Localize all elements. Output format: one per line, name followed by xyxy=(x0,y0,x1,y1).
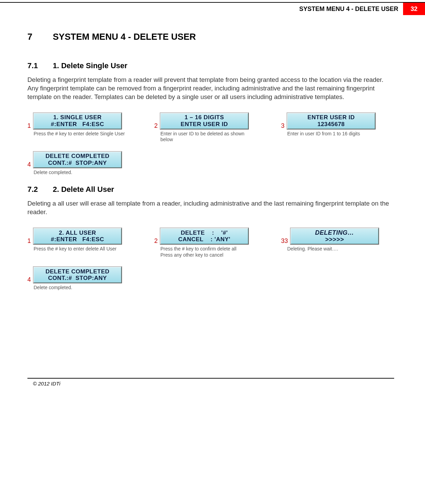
lcd-line: 2. ALL USER xyxy=(59,230,96,236)
lcd-line: CONT.:# STOP:ANY xyxy=(48,160,107,167)
section-heading-7-2: 7.2 2. Delete All User xyxy=(27,185,394,194)
step-caption: Press the # key to enter delete Single U… xyxy=(34,131,130,137)
footer-copyright: © 2012 IDTi xyxy=(0,379,425,391)
section-title: 2. Delete All User xyxy=(53,185,114,194)
lcd-line: CANCEL : 'ANY' xyxy=(178,236,230,243)
step-2: 2 DELETE : '#' CANCEL : 'ANY' Press the … xyxy=(154,228,257,258)
step-row: 4 DELETE COMPLETED CONT.:# STOP:ANY Dele… xyxy=(27,151,394,176)
lcd-line: DELETING… xyxy=(315,229,354,236)
step-caption: Enter in user ID to be deleted as shown … xyxy=(160,131,257,143)
step-number: 33 xyxy=(281,238,288,245)
lcd-line: DELETE COMPLETED xyxy=(46,153,110,160)
step-4: 4 DELETE COMPLETED CONT.:# STOP:ANY Dele… xyxy=(27,151,130,176)
lcd-screen: 1 – 16 DIGITS ENTER USER ID xyxy=(160,112,249,130)
step-2: 2 1 – 16 DIGITS ENTER USER ID Enter in u… xyxy=(154,112,257,143)
lcd-screen: DELETE : '#' CANCEL : 'ANY' xyxy=(160,228,249,245)
lcd-line: DELETE : '#' xyxy=(181,230,228,236)
section-heading-7-1: 7.1 1. Delete Single User xyxy=(27,61,394,70)
lcd-screen: DELETE COMPLETED CONT.:# STOP:ANY xyxy=(33,266,122,283)
section-body-7-1: Deleting a fingerprint template from a r… xyxy=(27,76,394,101)
lcd-screen: DELETING… >>>>> xyxy=(290,228,379,245)
lcd-line: #:ENTER F4:ESC xyxy=(51,236,104,243)
step-caption: Delete completed. xyxy=(34,285,130,291)
step-row: 4 DELETE COMPLETED CONT.:# STOP:ANY Dele… xyxy=(27,266,394,291)
step-caption: Delete completed. xyxy=(34,170,130,176)
step-caption: Press the # key to enter delete All User xyxy=(34,246,130,252)
page-content: 7 SYSTEM MENU 4 - DELETE USER 7.1 1. Del… xyxy=(0,32,425,378)
section-number: 7.1 xyxy=(27,61,53,70)
lcd-line: CONT.:# STOP:ANY xyxy=(48,275,107,282)
step-3: 3 ENTER USER ID 12345678 Enter in user I… xyxy=(281,112,384,137)
step-caption: Deleting. Please wait…. xyxy=(287,246,384,252)
lcd-line: DELETE COMPLETED xyxy=(46,268,110,275)
step-number: 4 xyxy=(27,276,31,283)
lcd-screen: 2. ALL USER #:ENTER F4:ESC xyxy=(33,228,122,245)
step-1: 1 2. ALL USER #:ENTER F4:ESC Press the #… xyxy=(27,228,130,252)
lcd-line: 1 – 16 DIGITS xyxy=(184,114,224,121)
step-33: 33 DELETING… >>>>> Deleting. Please wait… xyxy=(281,228,384,252)
step-number: 4 xyxy=(27,161,31,168)
step-number: 2 xyxy=(154,123,158,130)
step-4: 4 DELETE COMPLETED CONT.:# STOP:ANY Dele… xyxy=(27,266,130,291)
lcd-line: ENTER USER ID xyxy=(307,114,355,121)
section-title: 1. Delete Single User xyxy=(53,61,127,70)
chapter-title: SYSTEM MENU 4 - DELETE USER xyxy=(53,32,196,42)
header-title: SYSTEM MENU 4 - DELETE USER xyxy=(294,3,403,15)
step-number: 1 xyxy=(27,123,31,130)
lcd-line: 12345678 xyxy=(317,121,345,128)
step-caption: Enter in user ID from 1 to 16 digits xyxy=(287,131,384,137)
step-row: 1 2. ALL USER #:ENTER F4:ESC Press the #… xyxy=(27,228,394,258)
step-caption: Press the # key to confirm delete allPre… xyxy=(160,246,257,258)
lcd-line: 1. SINGLE USER xyxy=(53,114,101,121)
step-number: 1 xyxy=(27,238,31,245)
page-header: SYSTEM MENU 4 - DELETE USER 32 xyxy=(0,3,425,15)
step-number: 3 xyxy=(281,123,284,130)
lcd-line: ENTER USER ID xyxy=(181,121,228,128)
chapter-heading: 7 SYSTEM MENU 4 - DELETE USER xyxy=(27,32,394,42)
lcd-screen: ENTER USER ID 12345678 xyxy=(287,112,376,130)
lcd-screen: 1. SINGLE USER #:ENTER F4:ESC xyxy=(33,112,122,130)
step-number: 2 xyxy=(154,238,158,245)
section-body-7-2: Deleting a all user will erase all templ… xyxy=(27,199,394,217)
header-page-number: 32 xyxy=(403,3,425,15)
lcd-line: #:ENTER F4:ESC xyxy=(51,121,104,128)
lcd-screen: DELETE COMPLETED CONT.:# STOP:ANY xyxy=(33,151,122,168)
step-row: 1 1. SINGLE USER #:ENTER F4:ESC Press th… xyxy=(27,112,394,143)
section-number: 7.2 xyxy=(27,185,53,194)
step-1: 1 1. SINGLE USER #:ENTER F4:ESC Press th… xyxy=(27,112,130,137)
chapter-number: 7 xyxy=(27,32,53,42)
lcd-line: >>>>> xyxy=(325,236,344,243)
